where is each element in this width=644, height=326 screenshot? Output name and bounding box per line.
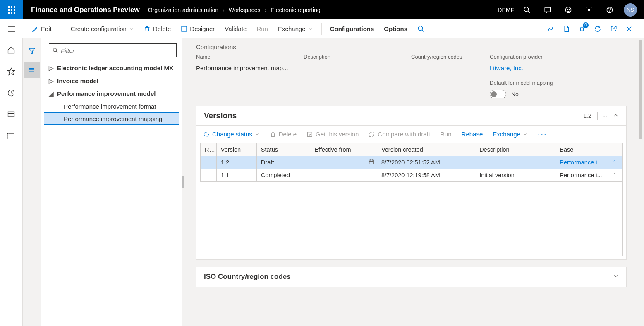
chevron-down-icon [523, 132, 528, 137]
company-picker[interactable]: DEMF [498, 7, 514, 13]
create-configuration-button[interactable]: Create configuration [57, 25, 139, 32]
default-mapping-value: No [511, 91, 519, 98]
chevron-down-icon[interactable] [613, 273, 619, 280]
home-icon[interactable] [4, 43, 19, 57]
svg-point-13 [567, 9, 568, 10]
table-row[interactable]: 1.1 Completed 8/7/2020 12:19:58 AM Initi… [201, 169, 622, 182]
filter-rail [23, 38, 41, 326]
filter-input[interactable] [49, 43, 177, 57]
breadcrumb-workspaces[interactable]: Workspaces [229, 7, 261, 13]
svg-rect-48 [369, 160, 374, 164]
exchange-button[interactable]: Exchange [273, 25, 318, 32]
scrollbar[interactable] [637, 38, 644, 326]
filter-field[interactable] [61, 47, 173, 54]
svg-rect-4 [11, 9, 12, 11]
table-row[interactable]: 1.2 Draft 8/7/2020 02:51:52 AM Performan… [201, 156, 622, 169]
designer-button[interactable]: Designer [176, 25, 220, 32]
action-search-icon[interactable] [412, 25, 430, 33]
svg-marker-30 [8, 68, 15, 75]
edit-button[interactable]: Edit [27, 25, 57, 32]
more-icon[interactable]: ··· [534, 129, 551, 139]
svg-rect-32 [8, 112, 14, 117]
svg-rect-8 [14, 12, 15, 14]
menu-collapse-icon[interactable] [0, 19, 23, 38]
attachments-icon[interactable] [559, 21, 574, 36]
tree-node-perf-model[interactable]: ◢Performance improvement model [44, 87, 179, 100]
col-version[interactable]: Version [216, 143, 256, 156]
tree-pane: ▷Electronic ledger accounting model MX ▷… [41, 38, 182, 326]
favorites-icon[interactable] [4, 64, 19, 79]
tree-node-perf-format[interactable]: Performance improvement format [44, 100, 179, 112]
chevron-down-icon [129, 26, 134, 31]
user-avatar[interactable]: NS [621, 0, 640, 19]
version-exchange-button[interactable]: Exchange [489, 129, 531, 139]
country-value[interactable] [411, 62, 486, 73]
link-icon[interactable] [543, 21, 558, 36]
run-button: Run [251, 25, 273, 32]
svg-point-14 [569, 9, 570, 10]
svg-rect-2 [14, 6, 15, 8]
configurations-tab[interactable]: Configurations [325, 25, 379, 32]
col-status[interactable]: Status [256, 143, 310, 156]
messages-icon[interactable] [538, 0, 557, 19]
svg-rect-1 [11, 6, 12, 8]
provider-value[interactable]: Litware, Inc. [490, 62, 593, 73]
svg-point-38 [7, 136, 8, 136]
pencil-icon [32, 26, 38, 32]
rebase-button[interactable]: Rebase [458, 129, 486, 139]
search-icon[interactable] [517, 0, 536, 19]
tree-node-perf-mapping[interactable]: Performance improvement mapping [44, 112, 179, 125]
main-content: Configurations Name Performance improvem… [185, 38, 637, 326]
svg-line-10 [528, 11, 530, 13]
versions-title: Versions [204, 111, 583, 120]
description-value[interactable] [304, 62, 407, 73]
splitter[interactable] [182, 38, 185, 326]
recent-icon[interactable] [4, 86, 19, 100]
modules-icon[interactable] [4, 128, 19, 143]
breadcrumb-er[interactable]: Electronic reporting [271, 7, 321, 13]
version-run-button: Run [437, 129, 455, 139]
app-launcher[interactable] [0, 0, 23, 19]
svg-rect-3 [8, 9, 10, 11]
description-label: Description [304, 54, 407, 60]
chevron-up-icon[interactable] [613, 112, 619, 119]
iso-card[interactable]: ISO Country/region codes [196, 267, 627, 287]
col-r[interactable]: R... [201, 143, 217, 156]
delete-button[interactable]: Delete [139, 25, 176, 32]
col-created[interactable]: Version created [377, 143, 475, 156]
funnel-icon[interactable] [24, 43, 40, 59]
workspaces-icon[interactable] [4, 107, 19, 122]
refresh-icon[interactable] [590, 21, 605, 36]
feedback-icon[interactable] [559, 0, 578, 19]
col-effective[interactable]: Effective from [310, 143, 377, 156]
breadcrumb-org[interactable]: Organization administration [148, 7, 218, 13]
settings-icon[interactable] [579, 0, 599, 19]
options-tab[interactable]: Options [379, 25, 412, 32]
svg-rect-5 [14, 9, 15, 11]
col-description[interactable]: Description [475, 143, 555, 156]
close-icon[interactable] [622, 21, 637, 36]
version-delete-button: Delete [266, 129, 300, 139]
col-bn[interactable] [609, 143, 622, 156]
notifications-icon[interactable]: 0 [575, 21, 589, 36]
svg-rect-0 [8, 6, 10, 8]
calendar-icon[interactable] [369, 159, 374, 166]
name-value[interactable]: Performance improvement map... [196, 62, 299, 73]
tree-node-invoice[interactable]: ▷Invoice model [44, 74, 179, 87]
col-base[interactable]: Base [555, 143, 609, 156]
default-mapping-toggle[interactable] [490, 90, 506, 98]
divider [597, 112, 598, 120]
svg-rect-47 [308, 132, 312, 136]
chevron-down-icon [255, 132, 260, 137]
tree-node-ledger[interactable]: ▷Electronic ledger accounting model MX [44, 62, 179, 74]
caret-right-icon: ▷ [49, 77, 55, 85]
list-icon[interactable] [24, 62, 40, 78]
compare-icon [369, 131, 375, 138]
svg-point-17 [609, 11, 610, 12]
change-status-button[interactable]: Change status [200, 129, 263, 139]
svg-line-45 [56, 51, 58, 53]
popout-icon[interactable] [606, 21, 621, 36]
validate-button[interactable]: Validate [220, 25, 251, 32]
compare-button: Compare with draft [365, 129, 433, 139]
help-icon[interactable] [600, 0, 619, 19]
